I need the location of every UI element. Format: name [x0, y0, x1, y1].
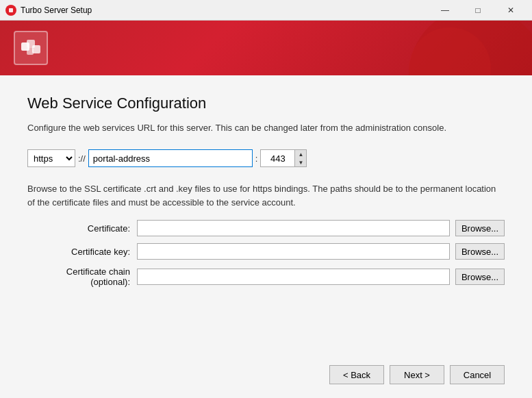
next-button[interactable]: Next >	[390, 365, 444, 384]
url-row: https http :// : ▲ ▼	[27, 149, 505, 167]
title-bar-left: Turbo Server Setup	[5, 5, 92, 16]
page-title: Web Service Configuration	[27, 95, 505, 112]
port-input[interactable]	[260, 149, 294, 167]
certificate-chain-browse-button[interactable]: Browse...	[455, 269, 505, 285]
port-separator: :	[253, 153, 261, 164]
turbo-logo-icon	[20, 37, 42, 59]
window-title: Turbo Server Setup	[21, 5, 92, 15]
certificate-label: Certificate:	[27, 223, 137, 234]
header-banner	[0, 21, 532, 75]
certificate-row: Certificate: Browse...	[27, 220, 505, 236]
svg-rect-1	[9, 8, 13, 12]
protocol-separator: ://	[75, 153, 88, 164]
certificate-key-browse-button[interactable]: Browse...	[455, 243, 505, 260]
spinner-buttons: ▲ ▼	[294, 149, 307, 167]
certificate-key-row: Certificate key: Browse...	[27, 243, 505, 260]
port-increment-button[interactable]: ▲	[295, 150, 306, 158]
back-button[interactable]: < Back	[329, 365, 384, 384]
app-icon	[5, 5, 16, 16]
port-spinner: ▲ ▼	[260, 149, 307, 167]
page-description: Configure the web services URL for this …	[27, 122, 505, 134]
certificate-browse-button[interactable]: Browse...	[455, 220, 505, 236]
port-decrement-button[interactable]: ▼	[295, 158, 306, 166]
maximize-button[interactable]: □	[462, 1, 494, 20]
certificate-chain-label: Certificate chain (optional):	[27, 266, 137, 287]
cancel-button[interactable]: Cancel	[450, 365, 505, 384]
certificate-chain-input[interactable]	[137, 269, 450, 285]
host-input[interactable]	[88, 149, 253, 167]
main-content: Web Service Configuration Configure the …	[0, 75, 532, 398]
bottom-bar: < Back Next > Cancel	[27, 358, 505, 384]
ssl-description: Browse to the SSL certificate .crt and .…	[27, 182, 505, 209]
title-bar-controls: — □ ✕	[429, 1, 527, 20]
certificate-chain-row: Certificate chain (optional): Browse...	[27, 266, 505, 287]
protocol-select[interactable]: https http	[27, 149, 75, 167]
title-bar: Turbo Server Setup — □ ✕	[0, 0, 532, 21]
close-button[interactable]: ✕	[495, 1, 527, 20]
certificate-key-label: Certificate key:	[27, 247, 137, 257]
minimize-button[interactable]: —	[429, 1, 461, 20]
certificate-input[interactable]	[137, 220, 450, 236]
logo-box	[14, 31, 48, 65]
certificate-key-input[interactable]	[137, 243, 450, 260]
svg-rect-5	[27, 48, 34, 55]
